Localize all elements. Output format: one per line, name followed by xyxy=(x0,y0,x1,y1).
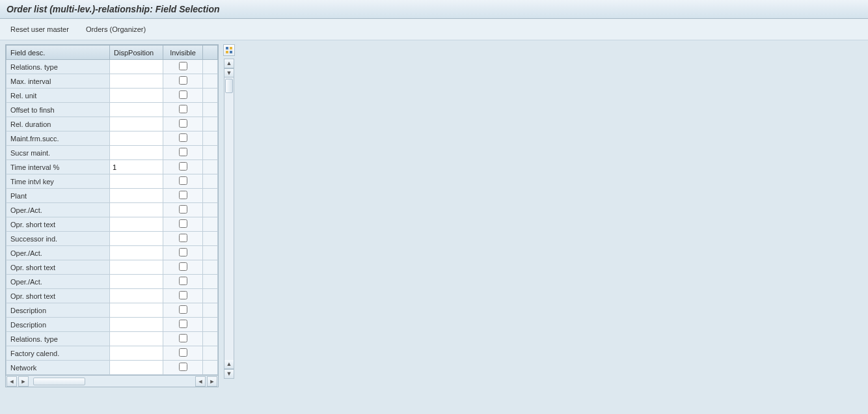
v-track[interactable] xyxy=(224,77,234,360)
invisible-cell[interactable] xyxy=(163,189,202,203)
col-field-desc[interactable]: Field desc. xyxy=(7,46,110,60)
disp-position-cell[interactable] xyxy=(110,246,163,260)
invisible-checkbox[interactable] xyxy=(179,76,187,85)
invisible-cell[interactable] xyxy=(163,275,202,289)
table-row[interactable]: Network xyxy=(7,361,218,375)
disp-position-input[interactable] xyxy=(110,361,163,374)
invisible-cell[interactable] xyxy=(163,246,202,260)
disp-position-input[interactable] xyxy=(110,275,163,288)
vertical-scrollbar[interactable]: ▲ ▼ ▲ ▼ xyxy=(224,59,234,379)
table-row[interactable]: Factory calend. xyxy=(7,346,218,361)
table-row[interactable]: Rel. duration xyxy=(7,117,218,131)
invisible-cell[interactable] xyxy=(163,346,202,361)
invisible-checkbox[interactable] xyxy=(179,219,187,228)
disp-position-cell[interactable] xyxy=(110,232,163,246)
disp-position-input[interactable] xyxy=(110,203,163,217)
scroll-left-icon[interactable]: ◄ xyxy=(7,376,17,387)
disp-position-cell[interactable] xyxy=(110,89,163,103)
invisible-cell[interactable] xyxy=(163,332,202,346)
h-track[interactable] xyxy=(29,378,195,385)
disp-position-cell[interactable] xyxy=(110,103,163,117)
disp-position-input[interactable] xyxy=(110,246,163,260)
scroll-down2-icon[interactable]: ▼ xyxy=(224,369,234,378)
table-row[interactable]: Plant xyxy=(7,189,218,203)
invisible-checkbox[interactable] xyxy=(179,348,187,357)
disp-position-input[interactable] xyxy=(110,174,163,188)
orders-organizer-button[interactable]: Orders (Organizer) xyxy=(83,24,148,34)
disp-position-input[interactable] xyxy=(110,74,163,88)
invisible-checkbox[interactable] xyxy=(179,176,187,185)
scroll-up-icon[interactable]: ▲ xyxy=(224,59,234,68)
horizontal-scrollbar[interactable]: ◄ ► ◄ ► xyxy=(6,375,218,387)
invisible-checkbox[interactable] xyxy=(179,191,187,199)
table-row[interactable]: Relations. type xyxy=(7,332,218,346)
invisible-cell[interactable] xyxy=(163,174,202,189)
invisible-checkbox[interactable] xyxy=(179,248,187,256)
table-row[interactable]: Sucsr maint. xyxy=(7,146,218,160)
table-row[interactable]: Opr. short text xyxy=(7,260,218,275)
invisible-cell[interactable] xyxy=(163,303,202,318)
invisible-checkbox[interactable] xyxy=(179,105,187,113)
disp-position-cell[interactable] xyxy=(110,332,163,346)
table-row[interactable]: Time interval % xyxy=(7,160,218,174)
reset-user-master-button[interactable]: Reset user master xyxy=(8,24,72,34)
disp-position-cell[interactable] xyxy=(110,303,163,318)
disp-position-input[interactable] xyxy=(110,289,163,303)
scroll-right-icon[interactable]: ► xyxy=(18,376,29,387)
table-row[interactable]: Successor ind. xyxy=(7,232,218,246)
scroll-down-icon[interactable]: ▼ xyxy=(224,68,234,77)
table-row[interactable]: Description xyxy=(7,318,218,332)
disp-position-cell[interactable] xyxy=(110,289,163,303)
disp-position-cell[interactable] xyxy=(110,189,163,203)
table-row[interactable]: Max. interval xyxy=(7,74,218,89)
invisible-cell[interactable] xyxy=(163,74,202,89)
disp-position-cell[interactable] xyxy=(110,203,163,217)
disp-position-cell[interactable] xyxy=(110,60,163,74)
disp-position-input[interactable] xyxy=(110,332,163,346)
disp-position-cell[interactable] xyxy=(110,160,163,174)
invisible-checkbox[interactable] xyxy=(179,334,187,342)
invisible-cell[interactable] xyxy=(163,117,202,131)
invisible-checkbox[interactable] xyxy=(179,305,187,314)
v-thumb[interactable] xyxy=(225,79,233,93)
grid-settings-button[interactable] xyxy=(223,44,235,56)
invisible-cell[interactable] xyxy=(163,318,202,332)
invisible-cell[interactable] xyxy=(163,203,202,217)
disp-position-input[interactable] xyxy=(110,189,163,202)
disp-position-input[interactable] xyxy=(110,160,163,174)
disp-position-cell[interactable] xyxy=(110,361,163,375)
disp-position-input[interactable] xyxy=(110,60,163,74)
scroll-right-end-icon[interactable]: ► xyxy=(207,376,217,387)
disp-position-input[interactable] xyxy=(110,103,163,117)
disp-position-cell[interactable] xyxy=(110,346,163,361)
disp-position-cell[interactable] xyxy=(110,146,163,160)
disp-position-cell[interactable] xyxy=(110,74,163,89)
invisible-checkbox[interactable] xyxy=(179,291,187,299)
invisible-cell[interactable] xyxy=(163,217,202,232)
disp-position-input[interactable] xyxy=(110,217,163,231)
scroll-left-end-icon[interactable]: ◄ xyxy=(195,376,206,387)
table-row[interactable]: Oper./Act. xyxy=(7,275,218,289)
invisible-checkbox[interactable] xyxy=(179,277,187,285)
disp-position-cell[interactable] xyxy=(110,217,163,232)
invisible-checkbox[interactable] xyxy=(179,363,187,371)
disp-position-cell[interactable] xyxy=(110,275,163,289)
invisible-cell[interactable] xyxy=(163,289,202,303)
table-row[interactable]: Oper./Act. xyxy=(7,203,218,217)
disp-position-input[interactable] xyxy=(110,303,163,317)
invisible-cell[interactable] xyxy=(163,89,202,103)
invisible-checkbox[interactable] xyxy=(179,119,187,128)
col-disp-position[interactable]: DispPosition xyxy=(110,46,163,60)
disp-position-input[interactable] xyxy=(110,131,163,145)
disp-position-cell[interactable] xyxy=(110,117,163,131)
table-row[interactable]: Relations. type xyxy=(7,60,218,74)
disp-position-input[interactable] xyxy=(110,146,163,159)
table-row[interactable]: Oper./Act. xyxy=(7,246,218,260)
disp-position-input[interactable] xyxy=(110,318,163,331)
invisible-checkbox[interactable] xyxy=(179,62,187,70)
invisible-cell[interactable] xyxy=(163,146,202,160)
disp-position-input[interactable] xyxy=(110,232,163,245)
col-invisible[interactable]: Invisible xyxy=(163,46,202,60)
disp-position-cell[interactable] xyxy=(110,131,163,146)
invisible-checkbox[interactable] xyxy=(179,205,187,214)
